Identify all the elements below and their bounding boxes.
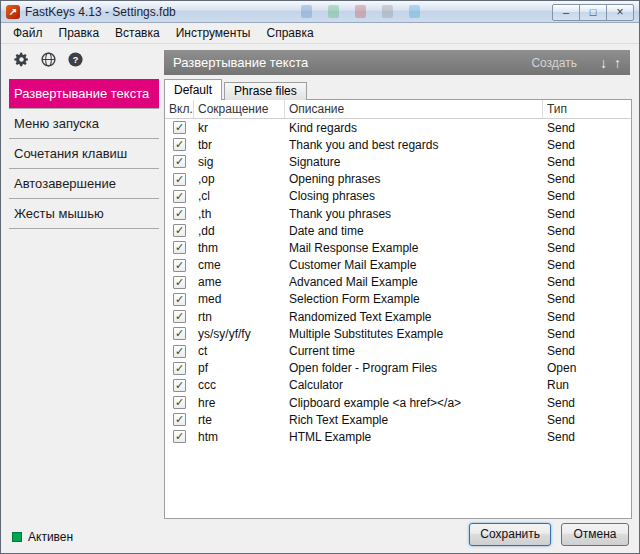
row-enabled-checkbox[interactable]: ✓ <box>173 207 186 220</box>
row-enabled-checkbox[interactable]: ✓ <box>173 362 186 375</box>
row-checkbox-cell: ✓ <box>165 241 194 254</box>
sidebar-item[interactable]: Автозавершение <box>9 169 159 199</box>
row-enabled-checkbox[interactable]: ✓ <box>173 293 186 306</box>
row-enabled-checkbox[interactable]: ✓ <box>173 173 186 186</box>
menu-item[interactable]: Вставка <box>107 24 168 42</box>
move-down-icon[interactable]: ↓ <box>600 56 607 70</box>
table-row[interactable]: ✓krKind regardsSend <box>165 119 631 136</box>
row-enabled-checkbox[interactable]: ✓ <box>173 327 186 340</box>
row-enabled-checkbox[interactable]: ✓ <box>173 155 186 168</box>
window-title: FastKeys 4.13 - Settings.fdb <box>25 5 176 19</box>
table-row[interactable]: ✓cccCalculatorRun <box>165 377 631 394</box>
maximize-button[interactable]: □ <box>579 4 607 21</box>
table-row[interactable]: ✓hreClipboard example <a href></a>Send <box>165 394 631 411</box>
row-enabled-checkbox[interactable]: ✓ <box>173 396 186 409</box>
menu-item[interactable]: Справка <box>259 24 322 42</box>
menu-item[interactable]: Инструменты <box>168 24 259 42</box>
row-enabled-checkbox[interactable]: ✓ <box>173 379 186 392</box>
window-controls: – □ × <box>553 4 634 21</box>
table-row[interactable]: ✓sigSignatureSend <box>165 153 631 170</box>
row-checkbox-cell: ✓ <box>165 121 194 134</box>
cancel-button[interactable]: Отмена <box>561 523 629 546</box>
row-abbreviation: ,th <box>194 207 285 221</box>
desktop-icon-reflection <box>382 5 393 18</box>
row-type: Send <box>543 292 631 306</box>
globe-icon <box>40 51 57 72</box>
row-description: Date and time <box>285 224 543 238</box>
row-abbreviation: ct <box>194 344 285 358</box>
row-description: Opening phrases <box>285 172 543 186</box>
sidebar-item[interactable]: Жесты мышью <box>9 199 159 229</box>
move-up-icon[interactable]: ↑ <box>614 56 621 70</box>
table-row[interactable]: ✓,ddDate and timeSend <box>165 222 631 239</box>
row-type: Send <box>543 155 631 169</box>
row-checkbox-cell: ✓ <box>165 413 194 426</box>
menubar: ФайлПравкаВставкаИнструментыСправка <box>1 23 639 44</box>
table-row[interactable]: ✓,clClosing phrasesSend <box>165 188 631 205</box>
table-row[interactable]: ✓pfOpen folder - Program FilesOpen <box>165 360 631 377</box>
table-row[interactable]: ✓tbrThank you and best regardsSend <box>165 136 631 153</box>
tab-phrase-files[interactable]: Phrase files <box>224 82 307 100</box>
table-row[interactable]: ✓ctCurrent timeSend <box>165 342 631 359</box>
sidebar-item[interactable]: Сочетания клавиш <box>9 139 159 169</box>
row-enabled-checkbox[interactable]: ✓ <box>173 138 186 151</box>
section-header: Развертывание текста Создать ↓ ↑ <box>164 50 630 75</box>
row-type: Send <box>543 121 631 135</box>
row-enabled-checkbox[interactable]: ✓ <box>173 224 186 237</box>
row-description: Thank you and best regards <box>285 138 543 152</box>
sidebar: Развертывание текстаМеню запускаСочетани… <box>9 79 159 229</box>
menu-item[interactable]: Файл <box>5 24 51 42</box>
sidebar-item[interactable]: Развертывание текста <box>9 79 159 109</box>
section-title: Развертывание текста <box>173 55 531 70</box>
row-enabled-checkbox[interactable]: ✓ <box>173 413 186 426</box>
row-enabled-checkbox[interactable]: ✓ <box>173 430 186 443</box>
close-button[interactable]: × <box>606 4 634 21</box>
menu-item[interactable]: Правка <box>51 24 108 42</box>
help-icon: ? <box>67 51 84 72</box>
row-enabled-checkbox[interactable]: ✓ <box>173 259 186 272</box>
row-abbreviation: rte <box>194 413 285 427</box>
row-type: Send <box>543 396 631 410</box>
table-row[interactable]: ✓ys/sy/yf/fyMultiple Substitutes Example… <box>165 325 631 342</box>
tab-strip: DefaultPhrase files <box>164 79 307 100</box>
save-button[interactable]: Сохранить <box>469 523 551 546</box>
language-button[interactable] <box>38 51 59 72</box>
desktop-icon-reflection <box>301 5 312 18</box>
row-description: Mail Response Example <box>285 241 543 255</box>
row-abbreviation: tbr <box>194 138 285 152</box>
table-row[interactable]: ✓thmMail Response ExampleSend <box>165 239 631 256</box>
settings-button[interactable] <box>11 51 32 72</box>
help-button[interactable]: ? <box>65 51 86 72</box>
row-type: Send <box>543 224 631 238</box>
table-row[interactable]: ✓htmHTML ExampleSend <box>165 428 631 445</box>
row-description: Calculator <box>285 378 543 392</box>
row-description: Rich Text Example <box>285 413 543 427</box>
row-checkbox-cell: ✓ <box>165 276 194 289</box>
row-description: Closing phrases <box>285 189 543 203</box>
row-abbreviation: ys/sy/yf/fy <box>194 327 285 341</box>
gear-icon <box>13 51 30 72</box>
create-button[interactable]: Создать <box>531 56 577 70</box>
tab-default[interactable]: Default <box>164 79 222 100</box>
row-enabled-checkbox[interactable]: ✓ <box>173 310 186 323</box>
row-type: Send <box>543 241 631 255</box>
row-checkbox-cell: ✓ <box>165 138 194 151</box>
row-enabled-checkbox[interactable]: ✓ <box>173 276 186 289</box>
table-row[interactable]: ✓ameAdvanced Mail ExampleSend <box>165 274 631 291</box>
row-enabled-checkbox[interactable]: ✓ <box>173 345 186 358</box>
row-enabled-checkbox[interactable]: ✓ <box>173 121 186 134</box>
table-row[interactable]: ✓cmeCustomer Mail ExampleSend <box>165 257 631 274</box>
table-row[interactable]: ✓rtnRandomized Text ExampleSend <box>165 308 631 325</box>
table-row[interactable]: ✓,thThank you phrasesSend <box>165 205 631 222</box>
titlebar: ↗ FastKeys 4.13 - Settings.fdb – □ × <box>1 1 639 23</box>
table-row[interactable]: ✓medSelection Form ExampleSend <box>165 291 631 308</box>
row-enabled-checkbox[interactable]: ✓ <box>173 190 186 203</box>
table-row[interactable]: ✓rteRich Text ExampleSend <box>165 411 631 428</box>
table-row[interactable]: ✓,opOpening phrasesSend <box>165 171 631 188</box>
row-abbreviation: med <box>194 292 285 306</box>
minimize-button[interactable]: – <box>552 4 580 21</box>
row-enabled-checkbox[interactable]: ✓ <box>173 241 186 254</box>
expansions-table: Вкл.СокращениеОписаниеТип ✓krKind regard… <box>164 99 632 519</box>
row-description: HTML Example <box>285 430 543 444</box>
sidebar-item[interactable]: Меню запуска <box>9 109 159 139</box>
